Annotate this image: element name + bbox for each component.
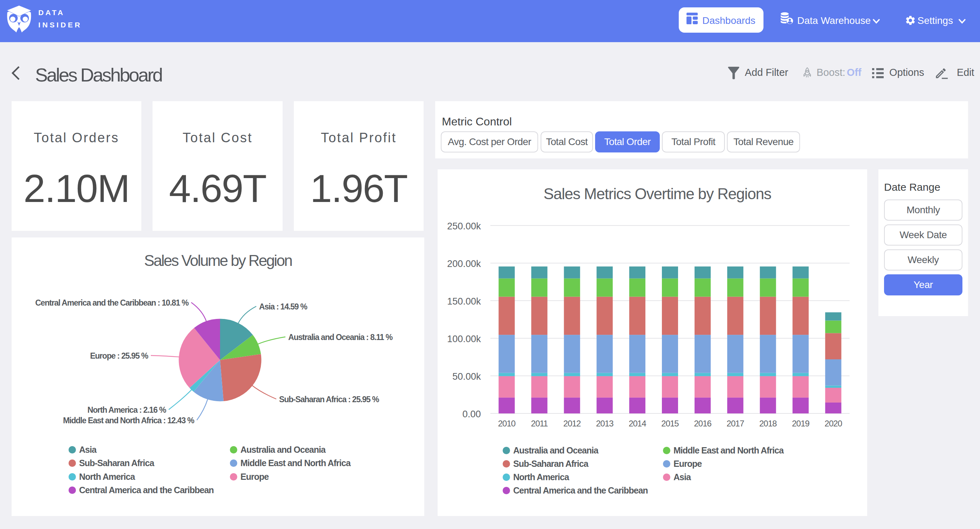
svg-text:Asia : 14.59 %: Asia : 14.59 % [259,302,307,311]
svg-text:150.00k: 150.00k [447,296,481,307]
svg-text:2013: 2013 [596,419,613,428]
svg-text:Sub-Saharan Africa : 25.95 %: Sub-Saharan Africa : 25.95 % [279,395,379,404]
svg-text:Australia and Oceania : 8.11 %: Australia and Oceania : 8.11 % [288,333,393,342]
svg-text:2012: 2012 [563,419,581,428]
svg-text:2018: 2018 [759,419,777,428]
svg-text:Middle East and North Africa :: Middle East and North Africa : 12.43 % [63,416,194,425]
svg-text:2011: 2011 [531,419,548,428]
svg-text:100.00k: 100.00k [447,334,481,344]
svg-text:200.00k: 200.00k [447,259,481,269]
svg-text:2019: 2019 [792,419,810,428]
svg-text:Central America and the Caribb: Central America and the Caribbean : 10.8… [35,298,189,307]
svg-text:North America : 2.16 %: North America : 2.16 % [88,405,166,415]
svg-text:250.00k: 250.00k [447,221,481,232]
svg-text:2016: 2016 [694,419,711,428]
svg-text:2020: 2020 [825,419,842,428]
svg-text:50.00k: 50.00k [452,371,481,382]
svg-text:2017: 2017 [727,419,744,428]
svg-text:2014: 2014 [628,419,646,428]
svg-text:Europe : 25.95 %: Europe : 25.95 % [90,351,148,361]
svg-text:0.00: 0.00 [462,409,481,419]
svg-text:2015: 2015 [661,419,679,428]
svg-text:2010: 2010 [498,419,515,428]
